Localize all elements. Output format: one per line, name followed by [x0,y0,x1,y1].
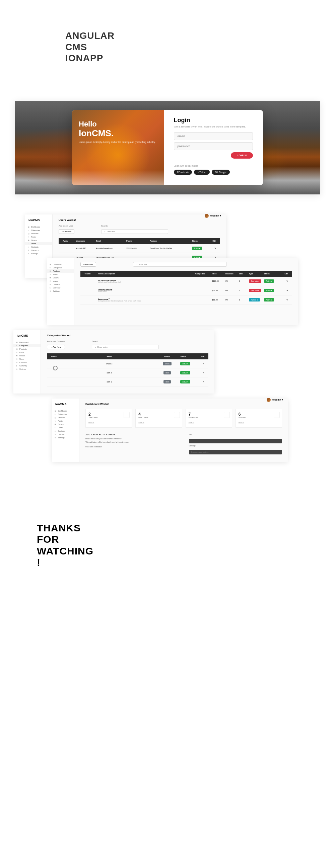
sidebar-item-contacts[interactable]: ✉Contacts [47,283,74,286]
status-badge[interactable]: Active ▾ [180,371,190,374]
users-stat-icon [123,412,130,418]
products-icon: ▤ [50,270,52,272]
sidebar-brand: IonCMS [25,217,52,223]
sidebar-item-products[interactable]: ▤Products [25,232,52,235]
type-badge[interactable]: Best sale ▾ [249,279,261,283]
edit-icon[interactable]: ✎ [286,299,288,301]
status-badge[interactable]: Active ▾ [180,380,190,383]
email-field[interactable] [174,132,253,140]
notif-message-input[interactable] [189,450,282,455]
products-main: + Add New ThumbName & descriptionCategor… [74,258,298,325]
notification-section: ADD A NEW NOTIFICATION Please make sure … [85,434,282,456]
facebook-button[interactable]: f Facebook [174,169,192,175]
notif-title: ADD A NEW NOTIFICATION [85,434,179,436]
currency-icon: $ [55,433,57,435]
sidebar-item-orders[interactable]: ⛟Orders [25,239,52,242]
status-badge[interactable]: Active ▾ [264,289,274,292]
status-badge[interactable]: Active ▾ [180,362,190,365]
sidebar-item-posts[interactable]: ✎Posts [13,351,40,354]
add-category-label: Add a new Category [47,340,65,342]
sidebar-item-categories[interactable]: ≡Categories [52,412,79,416]
edit-icon[interactable]: ✎ [203,381,204,383]
currency-icon: $ [16,365,18,367]
sidebar-item-orders[interactable]: ⛟Orders [47,276,74,279]
view-all-link[interactable]: View all [239,422,244,424]
sidebar-item-settings[interactable]: ⚙Settings [13,367,40,371]
add-user-button[interactable]: + Add New [59,229,74,234]
type-badge[interactable]: Best sale ▾ [249,289,261,292]
sidebar-item-orders[interactable]: ⛟Orders [13,354,40,358]
edit-icon[interactable]: ✎ [286,289,288,291]
sidebar-item-dashboard[interactable]: ▣Dashboard [47,263,74,266]
sidebar-item-currency[interactable]: $Currency [25,249,52,252]
edit-icon[interactable]: ✎ [203,372,204,374]
sidebar-item-posts[interactable]: ✎Posts [25,235,52,239]
sidebar-item-orders[interactable]: ⛟Orders [52,423,79,426]
parent-badge: shoes [163,362,171,365]
sidebar-item-categories[interactable]: ≡Categories [47,266,74,269]
sidebar-item-settings[interactable]: ⚙Settings [47,289,74,293]
sidebar-item-categories[interactable]: ≡Categories [25,228,52,232]
search-input[interactable] [92,345,159,349]
status-badge[interactable]: Active ▾ [192,247,202,250]
sidebar-brand: IonCMS [52,401,79,407]
sidebar-item-settings[interactable]: ⚙Settings [52,436,79,439]
login-card: Hello IonCMS. Lorem ipsum is simply dumm… [72,110,263,185]
login-button[interactable]: LOGIN [231,152,253,159]
sidebar-item-products[interactable]: ▤Products [13,347,40,351]
status-badge[interactable]: Active ▾ [264,279,274,283]
sidebar-item-contacts[interactable]: ✉Contacts [52,429,79,433]
sidebar-item-users[interactable]: ⚇Users [52,426,79,429]
sidebar: IonCMS ▣Dashboard ≡Categories ▤Products … [52,399,79,462]
login-subtitle: With a template driven form, most of the… [174,125,253,128]
twitter-button[interactable]: ♥ Twitter [194,169,210,175]
users-title: Users Works! [59,218,220,221]
sidebar-item-users[interactable]: ⚇Users [13,358,40,361]
sidebar-item-dashboard[interactable]: ▣Dashboard [13,341,40,344]
sidebar-item-contacts[interactable]: ✉Contacts [25,245,52,249]
table-row: koodinh 123koodinh@gmail.com1233334699Th… [59,244,220,253]
sidebar-item-currency[interactable]: $Currency [52,433,79,436]
view-all-link[interactable]: View all [189,422,194,424]
type-badge[interactable]: Normal ▾ [249,298,260,302]
edit-icon[interactable]: ✎ [286,280,288,282]
sidebar-item-categories[interactable]: ≡Categories [13,344,40,347]
sidebar-item-users[interactable]: ⚇Users [47,279,74,283]
add-category-button[interactable]: + Add New [47,345,65,349]
sidebar-item-contacts[interactable]: ✉Contacts [13,361,40,364]
password-field[interactable] [174,142,253,150]
sidebar-item-posts[interactable]: ✎Posts [52,419,79,423]
stat-posts: 6All PostsView all [235,409,282,428]
sidebar-item-settings[interactable]: ⚙Settings [25,252,52,255]
status-badge[interactable]: Active ▾ [264,298,274,302]
edit-icon[interactable]: ✎ [203,363,204,365]
parent-badge: shirt [164,371,170,374]
add-product-button[interactable]: + Add New [80,262,96,267]
sidebar-item-users[interactable]: ⚇Users [25,242,52,245]
user-menu[interactable]: koodinh ▾ [267,398,283,402]
categories-table-header: ThumbNameParentStatusEdit [47,353,208,360]
sidebar-item-posts[interactable]: ✎Posts [47,273,74,276]
sidebar-item-dashboard[interactable]: ▣Dashboard [25,225,52,228]
sidebar-item-dashboard[interactable]: ▣Dashboard [52,409,79,412]
users-icon: ⚇ [50,280,52,282]
orders-icon: ⛟ [16,355,18,357]
hero-line-3: IONAPP [65,53,335,64]
search-input[interactable] [101,229,168,234]
sidebar-item-currency[interactable]: $Currency [47,286,74,289]
sidebar-item-currency[interactable]: $Currency [13,364,40,367]
sidebar-item-products[interactable]: ▤Products [52,416,79,419]
view-all-link[interactable]: View all [138,422,144,424]
login-title: Login [174,117,253,124]
open-form-link[interactable]: Open form notification [85,446,179,448]
view-all-link[interactable]: View all [88,422,94,424]
notif-title-input[interactable] [189,439,282,443]
search-input[interactable] [133,262,227,267]
google-button[interactable]: G+ Google [212,169,230,175]
posts-icon: ✎ [28,236,30,238]
settings-icon: ⚙ [55,437,57,439]
user-menu[interactable]: koodinh ▾ [205,214,221,218]
edit-icon[interactable]: ✎ [215,247,216,249]
sidebar-item-products[interactable]: ▤Products [47,269,74,273]
orders-icon: ⛟ [55,423,57,425]
